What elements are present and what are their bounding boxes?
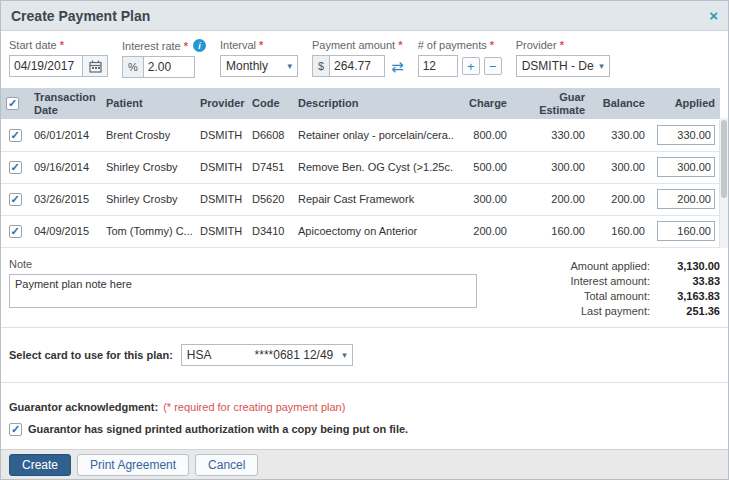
card-number: ****0681 12/49 bbox=[255, 348, 338, 362]
increment-button[interactable]: + bbox=[462, 57, 480, 75]
transactions-table: ✓ Transaction Date Patient Provider Code… bbox=[1, 88, 728, 248]
cell-charge: 200.00 bbox=[454, 215, 512, 247]
cell-date: 03/26/2015 bbox=[29, 183, 101, 215]
total-amount-value: 3,163.83 bbox=[658, 290, 720, 302]
interest-rate-field: Interest rate * i % bbox=[122, 39, 206, 78]
cancel-button[interactable]: Cancel bbox=[195, 454, 258, 476]
applied-input[interactable] bbox=[657, 189, 715, 209]
card-select[interactable]: HSA ****0681 12/49 ▾ bbox=[181, 344, 353, 366]
num-payments-input[interactable] bbox=[418, 55, 458, 77]
num-payments-label: # of payments bbox=[418, 39, 487, 51]
create-payment-plan-dialog: Create Payment Plan × Start date * Inter… bbox=[1, 1, 728, 436]
guarantor-ack-label: Guarantor has signed printed authorizati… bbox=[28, 423, 408, 435]
interest-rate-input[interactable] bbox=[143, 56, 195, 78]
scrollbar-thumb[interactable] bbox=[721, 120, 727, 198]
note-label: Note bbox=[9, 258, 477, 270]
payment-amount-field: Payment amount * $ ⇄ bbox=[312, 39, 404, 77]
cell-guar-estimate: 300.00 bbox=[512, 151, 590, 183]
applied-input[interactable] bbox=[657, 157, 715, 177]
cell-provider: DSMITH bbox=[195, 215, 247, 247]
cell-description: Retainer onlay - porcelain/cera... bbox=[293, 119, 454, 151]
num-payments-field: # of payments * + − bbox=[418, 39, 502, 77]
col-header-patient: Patient bbox=[101, 88, 195, 119]
note-block: Note Payment plan note here bbox=[9, 258, 477, 317]
interval-value: Monthly bbox=[226, 59, 268, 73]
cell-patient: Tom (Tommy) C... bbox=[101, 215, 195, 247]
col-header-balance: Balance bbox=[590, 88, 650, 119]
cell-charge: 800.00 bbox=[454, 119, 512, 151]
create-button[interactable]: Create bbox=[9, 454, 71, 476]
row-checkbox[interactable]: ✓ bbox=[9, 129, 22, 142]
swap-arrows-icon[interactable]: ⇄ bbox=[391, 59, 404, 74]
payment-amount-input[interactable] bbox=[329, 55, 385, 77]
cell-code: D3410 bbox=[247, 215, 293, 247]
dialog-title: Create Payment Plan bbox=[11, 8, 150, 24]
col-header-description: Description bbox=[293, 88, 454, 119]
col-header-charge: Charge bbox=[454, 88, 512, 119]
applied-input[interactable] bbox=[657, 221, 715, 241]
col-header-applied: Applied bbox=[650, 88, 720, 119]
last-payment-value: 251.36 bbox=[658, 305, 720, 317]
cell-description: Apicoectomy on Anterior bbox=[293, 215, 454, 247]
chevron-down-icon: ▾ bbox=[599, 61, 604, 71]
interest-rate-label: Interest rate bbox=[122, 40, 181, 52]
cell-description: Remove Ben. OG Cyst (>1.25c... bbox=[293, 151, 454, 183]
required-marker: * bbox=[398, 39, 402, 51]
start-date-label: Start date bbox=[9, 39, 57, 51]
provider-field: Provider * DSMITH - Denr ▾ bbox=[516, 39, 610, 77]
cell-charge: 500.00 bbox=[454, 151, 512, 183]
table-scrollbar[interactable] bbox=[719, 118, 728, 248]
print-agreement-button[interactable]: Print Agreement bbox=[77, 454, 189, 476]
row-checkbox[interactable]: ✓ bbox=[9, 161, 22, 174]
start-date-input[interactable] bbox=[9, 55, 83, 77]
cell-guar-estimate: 200.00 bbox=[512, 183, 590, 215]
row-checkbox[interactable]: ✓ bbox=[9, 193, 22, 206]
required-marker: * bbox=[60, 39, 64, 51]
card-section: Select card to use for this plan: HSA **… bbox=[9, 344, 720, 366]
divider bbox=[1, 382, 728, 383]
card-name: HSA bbox=[187, 348, 212, 362]
cell-balance: 200.00 bbox=[590, 183, 650, 215]
note-textarea[interactable]: Payment plan note here bbox=[9, 274, 477, 308]
plan-summary: Amount applied: 3,130.00 Interest amount… bbox=[571, 260, 721, 317]
cell-description: Repair Cast Framework bbox=[293, 183, 454, 215]
dialog-footer: Create Print Agreement Cancel bbox=[1, 449, 728, 479]
acknowledgment-section: Guarantor acknowledgment: (* required fo… bbox=[9, 401, 720, 436]
table-row: ✓ 03/26/2015 Shirley Crosby DSMITH D5620… bbox=[1, 183, 720, 215]
cell-provider: DSMITH bbox=[195, 119, 247, 151]
cell-patient: Shirley Crosby bbox=[101, 183, 195, 215]
col-header-guar-estimate: Guar Estimate bbox=[512, 88, 590, 119]
col-header-transaction-date: Transaction Date bbox=[29, 88, 101, 119]
close-icon[interactable]: × bbox=[709, 8, 718, 23]
cell-code: D5620 bbox=[247, 183, 293, 215]
dialog-header: Create Payment Plan × bbox=[1, 1, 728, 31]
required-marker: * bbox=[490, 39, 494, 51]
interval-field: Interval * Monthly ▾ bbox=[220, 39, 298, 77]
amount-applied-label: Amount applied: bbox=[571, 260, 651, 272]
calendar-icon[interactable] bbox=[83, 55, 108, 77]
cell-provider: DSMITH bbox=[195, 151, 247, 183]
acknowledgment-label: Guarantor acknowledgment: bbox=[9, 401, 158, 413]
row-checkbox[interactable]: ✓ bbox=[9, 225, 22, 238]
divider bbox=[1, 327, 728, 328]
cell-charge: 300.00 bbox=[454, 183, 512, 215]
info-icon[interactable]: i bbox=[193, 39, 206, 52]
required-marker: * bbox=[184, 40, 188, 52]
provider-label: Provider bbox=[516, 39, 557, 51]
applied-input[interactable] bbox=[657, 125, 715, 145]
chevron-down-icon: ▾ bbox=[287, 61, 292, 71]
cell-code: D7451 bbox=[247, 151, 293, 183]
cell-code: D6608 bbox=[247, 119, 293, 151]
provider-select[interactable]: DSMITH - Denr ▾ bbox=[516, 55, 610, 77]
table-header-row: ✓ Transaction Date Patient Provider Code… bbox=[1, 88, 720, 119]
guarantor-ack-checkbox[interactable]: ✓ bbox=[9, 423, 22, 436]
select-all-checkbox[interactable]: ✓ bbox=[6, 97, 19, 110]
interval-select[interactable]: Monthly ▾ bbox=[220, 55, 298, 77]
col-header-provider: Provider bbox=[195, 88, 247, 119]
note-summary-section: Note Payment plan note here Amount appli… bbox=[1, 248, 728, 317]
percent-prefix: % bbox=[122, 56, 143, 78]
table-row: ✓ 09/16/2014 Shirley Crosby DSMITH D7451… bbox=[1, 151, 720, 183]
cell-provider: DSMITH bbox=[195, 183, 247, 215]
interest-amount-label: Interest amount: bbox=[571, 275, 651, 287]
decrement-button[interactable]: − bbox=[484, 57, 502, 75]
